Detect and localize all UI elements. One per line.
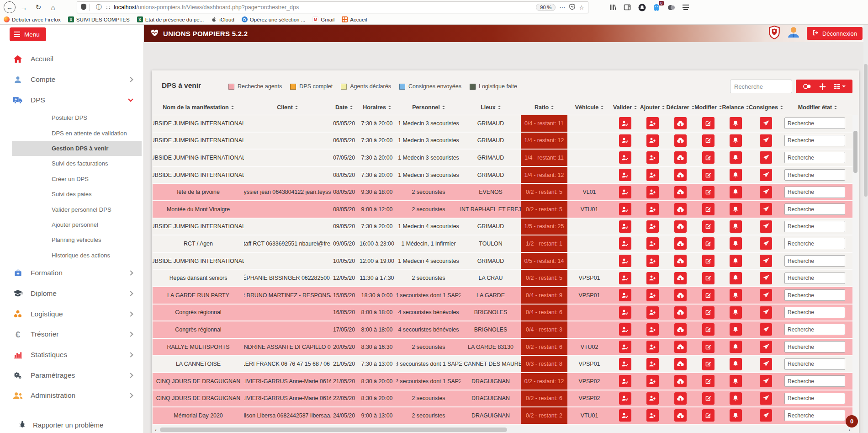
ajouter-button[interactable] [646,186,659,198]
column-header-date[interactable]: Date [331,100,357,115]
consignes-button[interactable] [760,341,772,353]
relance-button[interactable] [730,409,742,422]
modifier-etat-input[interactable] [784,187,845,198]
ajouter-button[interactable] [646,203,659,215]
menu-hamburger-icon[interactable] [682,3,690,11]
modifier-button[interactable] [702,186,715,198]
modifier-button[interactable] [702,392,715,405]
v-scrollbar-thumb[interactable] [853,131,857,173]
sidebar-toggle-icon[interactable] [623,3,631,11]
column-header-modifier[interactable]: Modifier [694,100,722,115]
ajouter-button[interactable] [646,341,659,353]
ajouter-button[interactable] [646,169,659,181]
declarer-button[interactable] [674,392,687,405]
sidebar-subitem-planning-v-hicules[interactable]: Planning véhicules [0,232,143,247]
consignes-button[interactable] [760,392,772,405]
modifier-etat-input[interactable] [784,393,845,404]
extension-dark-icon[interactable] [638,3,646,11]
notification-badge[interactable]: 0 [846,415,858,428]
valider-button[interactable] [619,237,631,250]
consignes-button[interactable] [760,409,772,422]
relance-button[interactable] [730,375,742,387]
page-scrollbar-thumb[interactable] [864,64,868,197]
column-header-horaires[interactable]: Horaires [357,100,397,115]
modifier-etat-input[interactable] [784,341,845,353]
sidebar-item-compte[interactable]: Compte [0,69,143,90]
tracking-shield-icon[interactable] [81,4,86,11]
modifier-button[interactable] [702,375,715,387]
bookmark-item[interactable]: X Etat de présence du pe... [137,16,204,22]
consignes-button[interactable] [760,117,772,129]
ajouter-button[interactable] [646,272,659,284]
valider-button[interactable] [619,358,631,370]
column-header-v-hicule[interactable]: Véhicule [567,100,611,115]
column-header-modifier-tat[interactable]: Modifier état [783,100,852,115]
declarer-button[interactable] [674,237,687,250]
report-problem-link[interactable]: Rapporter un problème [18,420,103,430]
consignes-button[interactable] [760,255,772,267]
relance-button[interactable] [730,306,742,319]
modifier-button[interactable] [702,134,715,147]
user-avatar[interactable] [787,26,800,41]
sidebar-subitem-gestion-dps-venir[interactable]: Gestion DPS à venir [12,141,142,156]
modifier-etat-input[interactable] [784,289,845,301]
declarer-button[interactable] [674,134,687,147]
modifier-button[interactable] [702,220,715,233]
column-header-d-clarer[interactable]: Déclarer [666,100,694,115]
modifier-button[interactable] [702,203,715,215]
sidebar-subitem-cr-er-un-dps[interactable]: Créer un DPS [0,171,143,187]
modifier-etat-input[interactable] [784,358,845,370]
table-vertical-scrollbar[interactable] [852,115,858,424]
sidebar-item-logistique[interactable]: Logistique [0,304,143,324]
relance-button[interactable] [730,358,742,370]
bookmark-item[interactable]: Débuter avec Firefox [4,16,61,22]
ajouter-button[interactable] [646,117,659,129]
modifier-button[interactable] [702,358,715,370]
sidebar-subitem-postuler-dps[interactable]: Postuler DPS [0,110,143,125]
modifier-button[interactable] [702,169,715,181]
logout-button[interactable]: Déconnexion [807,27,863,40]
page-scrollbar[interactable] [863,25,868,433]
relance-button[interactable] [730,237,742,250]
ajouter-button[interactable] [646,237,659,250]
declarer-button[interactable] [674,203,687,215]
ajouter-button[interactable] [646,375,659,387]
column-header-valider[interactable]: Valider [611,100,639,115]
relance-button[interactable] [730,203,742,215]
sidebar-subitem-valider-personnel-dps[interactable]: Valider personnel DPS [0,202,143,217]
declarer-button[interactable] [674,358,687,370]
sidebar-item-param-trages[interactable]: Paramétrages [0,365,143,385]
scroll-right-icon[interactable]: › [846,427,852,433]
modifier-etat-input[interactable] [784,203,845,215]
declarer-button[interactable] [674,341,687,353]
sidebar-subitem-ajouter-personnel[interactable]: Ajouter personnel [0,217,143,232]
sidebar-item-dps[interactable]: DPS [0,90,143,110]
extension-circles-icon[interactable] [667,3,675,11]
sidebar-item-administration[interactable]: Administration [0,385,143,406]
modifier-button[interactable] [702,117,715,129]
info-icon[interactable]: ⓘ [96,3,102,11]
sidebar-subitem-suivi-des-paies[interactable]: Suivi des paies [0,187,143,202]
reload-icon[interactable]: ↻ [32,1,45,13]
modifier-button[interactable] [702,237,715,250]
declarer-button[interactable] [674,117,687,129]
ajouter-button[interactable] [646,306,659,319]
valider-button[interactable] [619,341,631,353]
valider-button[interactable] [619,323,631,336]
ajouter-button[interactable] [646,134,659,147]
valider-button[interactable] [619,134,631,147]
forward-icon[interactable]: → [17,1,30,13]
bookmark-item[interactable]: iCloud [211,16,234,22]
relance-button[interactable] [730,289,742,301]
valider-button[interactable] [619,186,631,198]
modifier-button[interactable] [702,341,715,353]
valider-button[interactable] [619,203,631,215]
home-icon[interactable]: ⌂ [47,1,59,13]
modifier-button[interactable] [702,306,715,319]
column-header-relance[interactable]: Relance [722,100,749,115]
modifier-button[interactable] [702,323,715,336]
column-header-client[interactable]: Client [244,100,331,115]
ajouter-button[interactable] [646,409,659,422]
menu-button[interactable]: Menu [10,27,46,41]
bookmark-item[interactable]: D Opérez une sélection ... [242,16,305,22]
